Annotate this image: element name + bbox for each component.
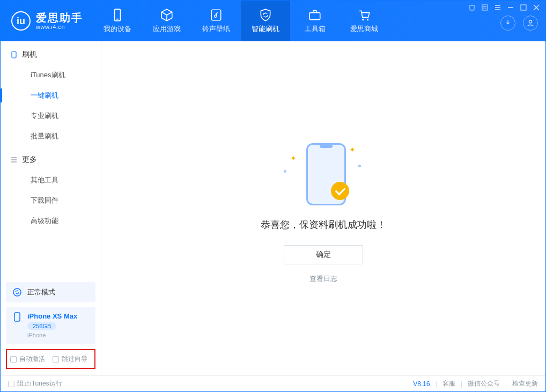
sync-icon [12, 287, 22, 297]
version-label: V8.16 [413, 380, 430, 388]
sidebar-item-other-tools[interactable]: 其他工具 [1, 170, 101, 190]
checkbox-icon [8, 381, 14, 387]
note-icon[interactable] [481, 4, 489, 11]
account-button[interactable] [523, 16, 538, 31]
separator: | [436, 380, 437, 388]
checkbox-label: 自动激活 [19, 354, 45, 364]
mode-label: 正常模式 [27, 287, 55, 297]
list-icon [10, 156, 18, 164]
svg-point-21 [13, 289, 21, 296]
footer-link-wechat[interactable]: 微信公众号 [468, 379, 500, 388]
sidebar-item-onekey-flash[interactable]: 一键刷机 [1, 85, 101, 106]
sidebar-group-more: 更多 [1, 146, 101, 170]
header-right [468, 1, 545, 41]
tab-smart-flash[interactable]: 智能刷机 [241, 1, 290, 41]
device-capacity: 256GB [27, 322, 56, 330]
top-tabs: 我的设备 应用游戏 铃声壁纸 智能刷机 工具箱 爱思商城 [93, 1, 389, 41]
maximize-icon[interactable] [520, 4, 527, 11]
sidebar: 刷机 iTunes刷机 一键刷机 专业刷机 批量刷机 更多 其他工具 下载固件 … [1, 41, 101, 375]
shield-sync-icon [259, 8, 272, 22]
ok-button[interactable]: 确定 [284, 245, 363, 264]
minimize-icon[interactable] [507, 4, 514, 11]
dot-icon [284, 170, 286, 173]
device-mode-box[interactable]: 正常模式 [6, 282, 95, 302]
tab-label: 智能刷机 [252, 24, 279, 34]
svg-rect-3 [309, 13, 320, 20]
separator: | [505, 380, 507, 388]
svg-rect-22 [14, 313, 20, 321]
checkbox-icon [10, 356, 17, 363]
main-content: ✦ ✦ 恭喜您，保资料刷机成功啦！ 确定 查看日志 [101, 41, 545, 375]
device-type: iPhone [27, 332, 77, 338]
dot-icon [358, 165, 361, 167]
tab-label: 铃声壁纸 [202, 24, 230, 34]
tab-apps-games[interactable]: 应用游戏 [142, 1, 191, 41]
separator: | [461, 380, 462, 388]
svg-rect-17 [12, 51, 16, 58]
footer-right: V8.16 | 客服 | 微信公众号 | 检查更新 [413, 379, 538, 388]
cart-icon [357, 8, 371, 22]
user-icon [527, 19, 534, 27]
group-title: 刷机 [22, 50, 37, 60]
device-info-box[interactable]: iPhone XS Max 256GB iPhone [6, 307, 95, 344]
device-name: iPhone XS Max [27, 312, 77, 320]
briefcase-icon [308, 8, 322, 22]
checkbox-label: 阻止iTunes运行 [17, 379, 62, 388]
tab-label: 我的设备 [104, 24, 131, 34]
shirt-icon[interactable] [468, 4, 476, 11]
checkbox-label: 跳过向导 [62, 354, 87, 364]
device-info: iPhone XS Max 256GB iPhone [27, 312, 77, 338]
sidebar-item-batch-flash[interactable]: 批量刷机 [1, 126, 101, 146]
window-controls [468, 4, 540, 11]
phone-small-icon [12, 312, 22, 322]
logo-icon: iu [11, 11, 31, 31]
body: 刷机 iTunes刷机 一键刷机 专业刷机 批量刷机 更多 其他工具 下载固件 … [1, 41, 545, 375]
checkbox-block-itunes[interactable]: 阻止iTunes运行 [8, 379, 62, 388]
tab-label: 工具箱 [305, 24, 326, 34]
tab-store[interactable]: 爱思商城 [340, 1, 389, 41]
sidebar-bottom: 正常模式 iPhone XS Max 256GB iPhone 自动激活 跳过向… [1, 278, 101, 375]
cube-icon [160, 8, 174, 22]
sidebar-group-flash: 刷机 [1, 41, 101, 65]
tab-label: 爱思商城 [350, 24, 378, 34]
brand-url: www.i4.cn [36, 24, 83, 30]
footer-link-support[interactable]: 客服 [442, 379, 455, 388]
footer-link-update[interactable]: 检查更新 [512, 379, 538, 388]
close-icon[interactable] [533, 4, 540, 11]
sidebar-item-pro-flash[interactable]: 专业刷机 [1, 106, 101, 126]
success-message: 恭喜您，保资料刷机成功啦！ [261, 218, 386, 231]
brand-name: 爱思助手 [36, 12, 83, 24]
group-title: 更多 [22, 155, 37, 165]
view-log-link[interactable]: 查看日志 [309, 274, 337, 284]
sidebar-item-itunes-flash[interactable]: iTunes刷机 [1, 65, 101, 85]
flash-options-box: 自动激活 跳过向导 [6, 349, 95, 369]
tab-my-device[interactable]: 我的设备 [93, 1, 142, 41]
download-button[interactable] [500, 16, 515, 31]
checkbox-auto-activate[interactable]: 自动激活 [10, 354, 45, 364]
tab-label: 应用游戏 [153, 24, 181, 34]
download-icon [504, 19, 512, 27]
checkbox-skip-guide[interactable]: 跳过向导 [53, 354, 87, 364]
logo[interactable]: iu 爱思助手 www.i4.cn [1, 1, 93, 41]
header-action-icons [500, 16, 540, 31]
tab-ring-wallpaper[interactable]: 铃声壁纸 [191, 1, 241, 41]
footer-bar: 阻止iTunes运行 V8.16 | 客服 | 微信公众号 | 检查更新 [1, 375, 545, 391]
menu-icon[interactable] [494, 4, 501, 11]
sparkle-icon: ✦ [290, 154, 297, 162]
success-illustration: ✦ ✦ [281, 138, 366, 208]
device-icon [10, 51, 18, 58]
svg-rect-6 [482, 5, 488, 10]
header-bar: iu 爱思助手 www.i4.cn 我的设备 应用游戏 铃声壁纸 智能刷机 工具… [1, 1, 545, 41]
sidebar-item-firmware[interactable]: 下载固件 [1, 190, 101, 211]
sparkle-icon: ✦ [349, 145, 356, 154]
svg-rect-13 [521, 5, 526, 10]
logo-text: 爱思助手 www.i4.cn [36, 12, 83, 30]
checkbox-icon [53, 356, 59, 363]
phone-icon [110, 8, 124, 22]
tab-toolbox[interactable]: 工具箱 [290, 1, 340, 41]
svg-point-16 [529, 20, 532, 23]
svg-point-4 [362, 19, 364, 20]
check-badge-icon [331, 182, 349, 200]
svg-point-5 [367, 19, 368, 20]
sidebar-item-advanced[interactable]: 高级功能 [1, 211, 101, 231]
